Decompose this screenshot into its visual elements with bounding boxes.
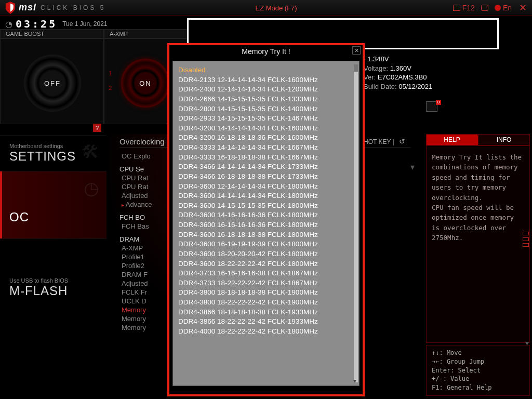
sidebar: 🛠 Motherboard settings SETTINGS ◷ OC Use… (0, 135, 107, 306)
clock-time: 03:25 (16, 18, 57, 30)
popup-title: Memory Try It ! ✕ (169, 45, 363, 58)
memory-option[interactable]: DDR4-2400 12-14-14-14-34 FCLK-1200MHz (178, 85, 354, 95)
memory-option[interactable]: DDR4-3733 16-16-16-16-38 FCLK-1867MHz (178, 269, 354, 278)
memory-option[interactable]: DDR4-2666 14-15-15-15-35 FCLK-1333MHz (178, 95, 354, 104)
undo-icon[interactable]: ↺ (399, 137, 405, 145)
search-icon[interactable] (481, 5, 488, 11)
memory-option[interactable]: DDR4-3800 18-18-18-18-38 FCLK-1900MHz (178, 288, 354, 298)
axmp-dial[interactable]: ON (121, 59, 170, 108)
sidebar-item-oc[interactable]: ◷ OC (0, 171, 107, 238)
memory-option[interactable]: DDR4-3866 18-22-22-22-42 FCLK-1933MHz (178, 317, 354, 327)
axmp-tab: A-XMP (104, 29, 187, 38)
popup-scrollbar[interactable] (354, 64, 358, 382)
memory-option[interactable]: DDR4-3600 14-16-16-16-36 FCLK-1800MHz (178, 210, 354, 220)
popup-close-button[interactable]: ✕ (352, 46, 361, 55)
language-button[interactable]: En (495, 4, 512, 12)
memory-option[interactable]: DDR4-3600 16-19-19-19-39 FCLK-1800MHz (178, 240, 354, 249)
game-boost-dial[interactable]: OFF (24, 55, 81, 112)
msi-shield-icon (5, 2, 16, 14)
boost-row: GAME BOOST OFF ? A-XMP 1 2 ON (0, 29, 187, 124)
memory-option[interactable]: DDR4-3333 14-14-14-14-34 FCLK-1667MHz (178, 143, 354, 153)
memory-option[interactable]: DDR4-3600 18-20-20-20-42 FCLK-1800MHz (178, 249, 354, 259)
memory-option[interactable]: DDR4-3200 14-14-14-14-34 FCLK-1600MHz (178, 124, 354, 134)
screenshot-button[interactable]: F12 (453, 4, 475, 12)
indicator-dots (523, 232, 529, 247)
memory-option[interactable]: DDR4-3800 18-22-22-22-42 FCLK-1900MHz (178, 298, 354, 308)
tab-help[interactable]: HELP (426, 134, 478, 145)
top-bar: msi CLICK BIOS 5 EZ Mode (F7) F12 En ✕ (0, 0, 532, 16)
memory-option[interactable]: DDR4-3466 14-14-14-14-34 FCLK-1733MHz (178, 162, 354, 172)
brand-subtitle: CLICK BIOS 5 (41, 4, 105, 11)
close-button[interactable]: ✕ (519, 2, 527, 14)
popup-list[interactable]: DisabledDDR4-2133 12-14-14-14-34 FCLK-16… (173, 61, 359, 341)
memory-option[interactable]: DDR4-3600 18-22-22-22-42 FCLK-1800MHz (178, 259, 354, 269)
clock-icon: ◔ (5, 19, 12, 29)
wrench-icon: 🛠 (82, 142, 99, 162)
help-icon[interactable]: ? (93, 124, 101, 132)
sidebar-item-mflash[interactable]: Use USB to flash BIOS M-FLASH (0, 238, 107, 306)
ez-mode-link[interactable]: EZ Mode (F7) (255, 4, 297, 12)
tab-info[interactable]: INFO (478, 134, 530, 145)
game-boost-panel: OFF ? (0, 38, 104, 124)
usb-icon[interactable]: U (426, 101, 437, 112)
memory-option[interactable]: DDR4-3600 16-16-16-16-36 FCLK-1800MHz (178, 220, 354, 230)
help-column: HELP INFO Memory Try It lists the combin… (426, 134, 530, 396)
sidebar-item-settings[interactable]: 🛠 Motherboard settings SETTINGS (0, 135, 107, 171)
game-boost-tab: GAME BOOST (0, 29, 104, 38)
memory-option[interactable]: DDR4-3600 14-14-14-14-34 FCLK-1800MHz (178, 191, 354, 201)
axmp-slot-2: 2 (109, 85, 112, 91)
usb-badge: U (436, 100, 441, 105)
hotkey-label[interactable]: HOT KEY | ↺ (364, 137, 405, 145)
key-hints: ↑↓: Move →←: Group Jump Enter: Select +/… (426, 345, 530, 396)
game-boost-state: OFF (44, 79, 61, 87)
memory-option[interactable]: DDR4-3866 18-18-18-18-38 FCLK-1933MHz (178, 308, 354, 317)
memory-option[interactable]: DDR4-3600 16-18-18-18-38 FCLK-1800MHz (178, 230, 354, 240)
scroll-down-icon[interactable]: ▾ (525, 339, 529, 347)
memory-option[interactable]: DDR4-3733 18-22-22-22-42 FCLK-1867MHz (178, 278, 354, 288)
axmp-state: ON (139, 79, 152, 87)
memory-option[interactable]: DDR4-3466 16-18-18-18-38 FCLK-1733MHz (178, 172, 354, 182)
help-text: Memory Try It lists the combinations of … (426, 145, 530, 343)
popup-body: DisabledDDR4-2133 12-14-14-14-34 FCLK-16… (172, 61, 360, 386)
memory-option[interactable]: DDR4-2133 12-14-14-14-34 FCLK-1600MHz (178, 75, 354, 85)
memory-option[interactable]: DDR4-3600 14-15-15-15-35 FCLK-1800MHz (178, 201, 354, 211)
clock-date: Tue 1 Jun, 2021 (62, 20, 107, 28)
memory-option[interactable]: DDR4-4000 18-22-22-22-42 FCLK-1800MHz (178, 327, 354, 337)
memory-option[interactable]: DDR4-2800 14-15-15-15-35 FCLK-1400MHz (178, 104, 354, 114)
system-info: : 1.348V Voltage: 1.360V Ver: E7C02AMS.3… (364, 55, 432, 91)
memory-option[interactable]: DDR4-2933 14-15-15-15-35 FCLK-1467MHz (178, 114, 354, 124)
gauge-icon: ◷ (84, 178, 99, 198)
memory-option[interactable]: DDR4-3333 16-18-18-18-38 FCLK-1667MHz (178, 153, 354, 163)
axmp-slot-1: 1 (109, 70, 112, 76)
memory-try-it-popup: Memory Try It ! ✕ DisabledDDR4-2133 12-1… (167, 43, 365, 396)
memory-option[interactable]: DDR4-3200 16-18-18-18-36 FCLK-1600MHz (178, 133, 354, 143)
memory-option[interactable]: Disabled (178, 65, 354, 75)
scroll-down-icon[interactable]: ▾ (410, 162, 415, 172)
brand-logo: msi (19, 2, 36, 13)
memory-option[interactable]: DDR4-3600 12-14-14-14-34 FCLK-1800MHz (178, 182, 354, 192)
